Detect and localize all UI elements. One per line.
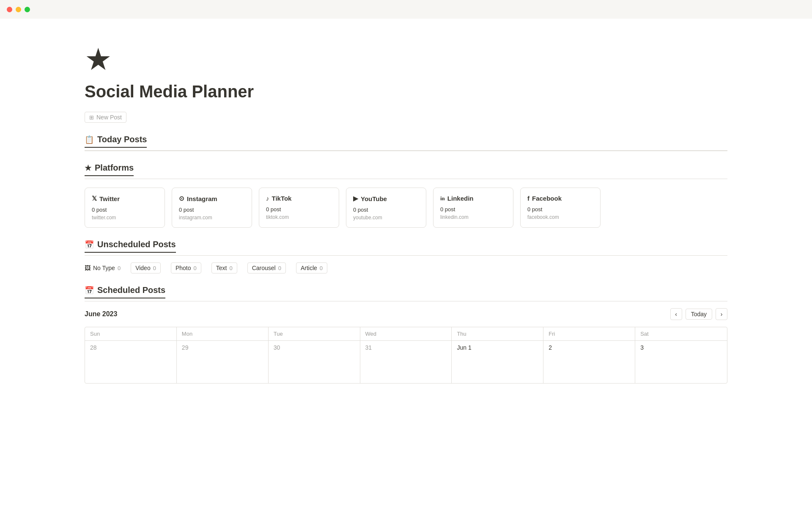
instagram-url: instagram.com (179, 215, 245, 221)
today-posts-section: 📋 Today Posts (85, 135, 727, 151)
calendar-grid: Sun Mon Tue Wed Thu Fri Sat 28 29 30 (85, 327, 727, 384)
linkedin-name: Linkedin (447, 195, 474, 202)
day-num-29: 29 (182, 344, 189, 351)
carousel-count: 0 (278, 265, 281, 271)
calendar-week-1: 28 29 30 31 Jun 1 2 3 (85, 341, 727, 383)
youtube-name: YouTube (361, 195, 387, 202)
tiktok-name: TikTok (272, 195, 292, 202)
main-content: ★ Social Media Planner ⊞ New Post 📋 Toda… (0, 19, 812, 409)
scheduled-posts-label: Scheduled Posts (97, 285, 165, 295)
unscheduled-posts-icon: 📅 (85, 240, 94, 249)
instagram-name: Instagram (187, 195, 217, 202)
calendar-header: June 2023 ‹ Today › (85, 308, 727, 320)
no-type-label: No Type (93, 265, 115, 271)
post-type-text[interactable]: Text 0 (211, 262, 237, 273)
youtube-post-count: 0 post (353, 207, 419, 213)
calendar-cell-29[interactable]: 29 (177, 341, 269, 383)
day-label-thu: Thu (452, 327, 543, 340)
video-count: 0 (153, 265, 156, 271)
platforms-grid: 𝕏 Twitter 0 post twitter.com ⊙ Instagram… (85, 188, 727, 228)
post-type-carousel[interactable]: Carousel 0 (247, 262, 286, 273)
post-type-no-type[interactable]: 🖼 No Type 0 (85, 263, 121, 273)
minimize-button[interactable] (16, 7, 21, 12)
calendar-days-header: Sun Mon Tue Wed Thu Fri Sat (85, 327, 727, 341)
platform-title-twitter: 𝕏 Twitter (92, 195, 158, 202)
photo-count: 0 (194, 265, 197, 271)
instagram-post-count: 0 post (179, 207, 245, 213)
day-label-mon: Mon (177, 327, 269, 340)
platform-card-twitter[interactable]: 𝕏 Twitter 0 post twitter.com (85, 188, 165, 228)
tiktok-post-count: 0 post (266, 206, 332, 213)
calendar-cell-28[interactable]: 28 (85, 341, 177, 383)
day-num-31: 31 (365, 344, 372, 351)
tiktok-url: tiktok.com (266, 214, 332, 220)
today-posts-label: Today Posts (97, 135, 147, 144)
article-count: 0 (320, 265, 323, 271)
maximize-button[interactable] (25, 7, 30, 12)
text-label: Text (216, 265, 227, 271)
unscheduled-posts-section: 📅 Unscheduled Posts 🖼 No Type 0 Video 0 … (85, 240, 727, 273)
unscheduled-posts-header: 📅 Unscheduled Posts (85, 240, 176, 253)
new-post-button[interactable]: ⊞ New Post (85, 112, 126, 123)
day-num-3: 3 (640, 344, 644, 351)
youtube-icon: ▶ (353, 195, 358, 202)
day-label-sun: Sun (85, 327, 177, 340)
tiktok-icon: ♪ (266, 195, 269, 202)
calendar-cell-2[interactable]: 2 (543, 341, 635, 383)
facebook-name: Facebook (532, 195, 562, 202)
text-count: 0 (229, 265, 232, 271)
platform-title-linkedin: in Linkedin (440, 195, 506, 202)
article-label: Article (301, 265, 317, 271)
page-title: Social Media Planner (85, 81, 727, 102)
linkedin-post-count: 0 post (440, 206, 506, 213)
calendar-cell-jun1[interactable]: Jun 1 (452, 341, 543, 383)
platform-title-instagram: ⊙ Instagram (179, 195, 245, 202)
twitter-icon: 𝕏 (92, 195, 97, 202)
no-type-icon: 🖼 (85, 265, 91, 271)
platforms-label: Platforms (95, 163, 134, 173)
day-num-28: 28 (90, 344, 97, 351)
post-type-photo[interactable]: Photo 0 (171, 262, 201, 273)
post-type-tabs: 🖼 No Type 0 Video 0 Photo 0 Text 0 Carou… (85, 262, 727, 273)
scheduled-posts-icon: 📅 (85, 286, 94, 295)
twitter-url: twitter.com (92, 215, 158, 221)
platform-card-facebook[interactable]: f Facebook 0 post facebook.com (520, 188, 601, 228)
post-type-video[interactable]: Video 0 (131, 262, 161, 273)
platforms-section: ★ Platforms 𝕏 Twitter 0 post twitter.com… (85, 163, 727, 228)
platform-title-youtube: ▶ YouTube (353, 195, 419, 202)
calendar-next-button[interactable]: › (716, 308, 727, 320)
scheduled-posts-section: 📅 Scheduled Posts June 2023 ‹ Today › Su… (85, 285, 727, 384)
calendar-cell-31[interactable]: 31 (360, 341, 452, 383)
platforms-star-icon: ★ (85, 163, 91, 173)
day-label-tue: Tue (269, 327, 360, 340)
calendar-prev-button[interactable]: ‹ (670, 308, 682, 320)
day-num-30: 30 (274, 344, 280, 351)
calendar-cell-3[interactable]: 3 (635, 341, 727, 383)
day-num-2: 2 (549, 344, 552, 351)
platform-card-linkedin[interactable]: in Linkedin 0 post linkedin.com (433, 188, 513, 228)
day-label-sat: Sat (635, 327, 727, 340)
close-button[interactable] (7, 7, 12, 12)
new-post-icon: ⊞ (89, 114, 94, 121)
unscheduled-posts-label: Unscheduled Posts (97, 240, 176, 249)
platform-card-youtube[interactable]: ▶ YouTube 0 post youtube.com (346, 188, 426, 228)
video-label: Video (135, 265, 151, 271)
platform-card-instagram[interactable]: ⊙ Instagram 0 post instagram.com (172, 188, 252, 228)
facebook-url: facebook.com (527, 214, 593, 220)
platforms-header: ★ Platforms (85, 163, 134, 176)
titlebar (0, 0, 812, 19)
today-posts-header: 📋 Today Posts (85, 135, 147, 148)
post-type-article[interactable]: Article 0 (296, 262, 327, 273)
linkedin-icon: in (440, 195, 445, 202)
youtube-url: youtube.com (353, 215, 419, 221)
platform-card-tiktok[interactable]: ♪ TikTok 0 post tiktok.com (259, 188, 339, 228)
calendar-month-label: June 2023 (85, 310, 117, 318)
new-post-label: New Post (96, 114, 122, 121)
calendar-today-button[interactable]: Today (686, 309, 712, 320)
day-label-fri: Fri (543, 327, 635, 340)
facebook-icon: f (527, 195, 529, 202)
platform-title-facebook: f Facebook (527, 195, 593, 202)
scheduled-posts-header: 📅 Scheduled Posts (85, 285, 165, 298)
calendar-cell-30[interactable]: 30 (269, 341, 360, 383)
page-icon: ★ (85, 44, 727, 75)
